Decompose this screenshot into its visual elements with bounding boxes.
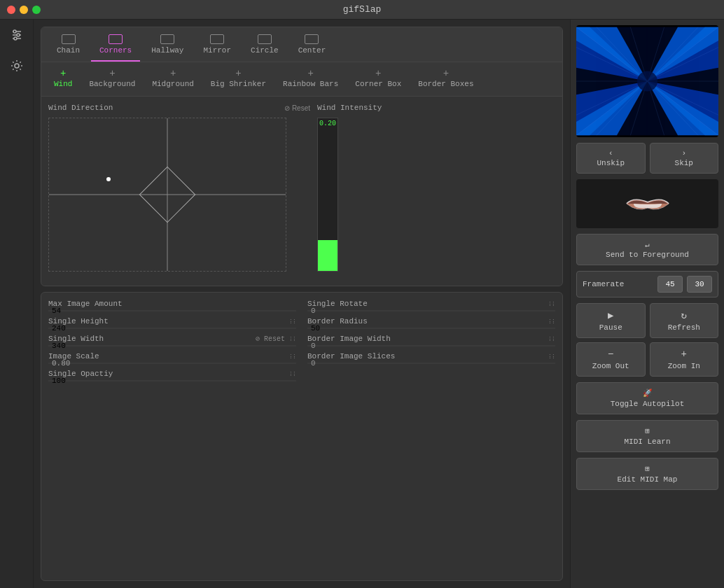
zoom-in-button[interactable]: + Zoom In [650,342,719,377]
param-single-rotate: Single Rotate ⫶⫶ 0 0 [307,300,555,312]
layer-corner-box-label: Corner Box [355,80,401,88]
refresh-button[interactable]: ↻ Refresh [650,303,719,338]
effect-tabs: Chain Corners Hallway Mirror Circle [41,27,562,62]
wind-intensity-section: Wind Intensity 0.20 [317,104,555,279]
unskip-button[interactable]: ‹ Unskip [576,143,646,174]
param-max-image-amount-track[interactable]: 54 [48,310,296,312]
layer-background-label: Background [89,80,135,88]
tab-circle-label: Circle [251,46,279,55]
refresh-label: Refresh [668,323,700,332]
param-single-opactiy-header: Single Opactiy ⫶⫶ [48,370,296,378]
border-boxes-plus-icon: + [443,69,449,78]
border-image-width-midi-icon[interactable]: ⫶⫶ [548,335,555,343]
intensity-value: 0.20 [319,120,336,127]
rainbow-bars-plus-icon: + [307,69,313,78]
param-image-scale-header: Image Scale ⫶⫶ [48,352,296,360]
tab-circle[interactable]: Circle [242,31,287,62]
diamond-shape [139,167,195,223]
single-opactiy-midi-icon[interactable]: ⫶⫶ [289,370,296,378]
param-single-rotate-track[interactable]: 0 0 [307,310,555,312]
skip-button[interactable]: › Skip [650,143,719,174]
layer-tab-border-boxes[interactable]: + Border Boxes [411,66,480,92]
param-border-image-width-label: Border Image Width [307,335,391,343]
param-single-rotate-label: Single Rotate [307,300,368,308]
tab-mirror[interactable]: Mirror [195,31,239,62]
left-sidebar [0,20,34,588]
framerate-label: Framerate [583,280,653,288]
minimize-button[interactable] [20,6,28,14]
param-border-image-slices-track[interactable]: 0 0 [307,363,555,364]
layer-tab-midground[interactable]: + Midground [145,66,200,92]
image-scale-midi-icon[interactable]: ⫶⫶ [289,353,296,360]
svg-point-4 [17,34,20,36]
param-single-width-track[interactable]: 340 [48,345,296,346]
wind-intensity-bar[interactable]: 0.20 [317,118,338,272]
controls-grid: ▶ Pause ↻ Refresh − Zoom Out + Zoom In [576,303,718,377]
pause-icon: ▶ [608,309,613,321]
close-button[interactable] [7,6,15,14]
zoom-out-button[interactable]: − Zoom Out [576,342,646,377]
single-width-reset[interactable]: ⊘ Reset [256,335,285,343]
send-foreground-button[interactable]: ↵ Send to Foreground [576,234,718,265]
pause-button[interactable]: ▶ Pause [576,303,646,338]
right-panel: ‹ Unskip › Skip ↵ Send to [570,20,724,588]
single-height-midi-icon[interactable]: ⫶⫶ [289,318,296,326]
lips-svg [620,190,676,218]
param-border-image-slices-header: Border Image Slices ⫶⫶ [307,352,555,360]
param-max-image-amount: Max Image Amount 54 [48,300,296,312]
param-single-height-track[interactable]: 240 [48,328,296,329]
svg-point-3 [13,30,16,33]
param-border-image-width-track[interactable]: 0 0 [307,345,555,346]
param-single-opactiy-track[interactable]: 100 [48,380,296,382]
corners-tab-icon [109,34,123,44]
param-single-width: Single Width ⊘ Reset ⫶⫶ 340 [48,335,296,346]
svg-point-5 [14,37,17,40]
border-image-slices-midi-icon[interactable]: ⫶⫶ [548,353,555,360]
wind-direction-section: Wind Direction ⊘ Reset [48,104,310,279]
midi-learn-button[interactable]: ⊞ MIDI Learn [576,420,718,452]
tab-corners[interactable]: Corners [91,31,140,62]
chain-tab-icon [62,34,76,44]
param-border-image-slices: Border Image Slices ⫶⫶ 0 0 [307,352,555,364]
tab-mirror-label: Mirror [203,46,231,55]
framerate-input-1[interactable] [657,276,683,293]
maximize-button[interactable] [32,6,41,14]
preview-svg [576,25,718,137]
tab-chain[interactable]: Chain [48,31,88,62]
param-max-image-amount-header: Max Image Amount [48,300,296,308]
wind-reset-button[interactable]: ⊘ Reset [284,104,310,112]
param-image-scale: Image Scale ⫶⫶ 0.80 [48,352,296,364]
param-border-radius-track[interactable]: 50 [307,328,555,329]
param-single-rotate-header: Single Rotate ⫶⫶ [307,300,555,308]
center-tab-icon [305,34,319,44]
param-border-image-width-text: 0 [311,342,316,350]
unskip-icon: ‹ [608,149,613,158]
autopilot-button[interactable]: 🚀 Toggle Autopilot [576,382,718,414]
layer-tab-rainbow-bars[interactable]: + Rainbow Bars [276,66,345,92]
param-border-image-slices-label: Border Image Slices [307,352,395,360]
wind-direction-pad[interactable] [48,118,286,272]
autopilot-label: Toggle Autopilot [611,400,685,408]
param-border-radius: Border Radius ⫶⫶ 50 [307,317,555,329]
param-image-scale-track[interactable]: 0.80 [48,363,296,364]
layer-tab-background[interactable]: + Background [82,66,142,92]
sliders-icon[interactable] [8,27,25,43]
single-rotate-midi-icon[interactable]: ⫶⫶ [548,300,555,308]
layer-wind-label: Wind [54,80,72,88]
param-border-radius-header: Border Radius ⫶⫶ [307,317,555,326]
app-title: gifSlap [343,4,382,15]
gear-icon[interactable] [8,57,25,74]
layer-tab-big-shrinker[interactable]: + Big Shrinker [204,66,273,92]
tab-center[interactable]: Center [290,31,335,62]
border-radius-midi-icon[interactable]: ⫶⫶ [548,318,555,326]
layer-tab-wind[interactable]: + Wind [47,66,79,92]
titlebar: gifSlap [0,0,724,20]
layer-tab-corner-box[interactable]: + Corner Box [348,66,408,92]
unskip-label: Unskip [597,159,625,167]
tab-hallway[interactable]: Hallway [143,31,192,62]
framerate-input-2[interactable] [687,276,712,293]
single-width-midi-icon[interactable]: ⫶⫶ [289,335,296,343]
wind-intensity-label: Wind Intensity [317,104,382,112]
edit-midi-button[interactable]: ⊞ Edit MIDI Map [576,458,718,490]
layer-rainbow-bars-label: Rainbow Bars [283,80,338,88]
